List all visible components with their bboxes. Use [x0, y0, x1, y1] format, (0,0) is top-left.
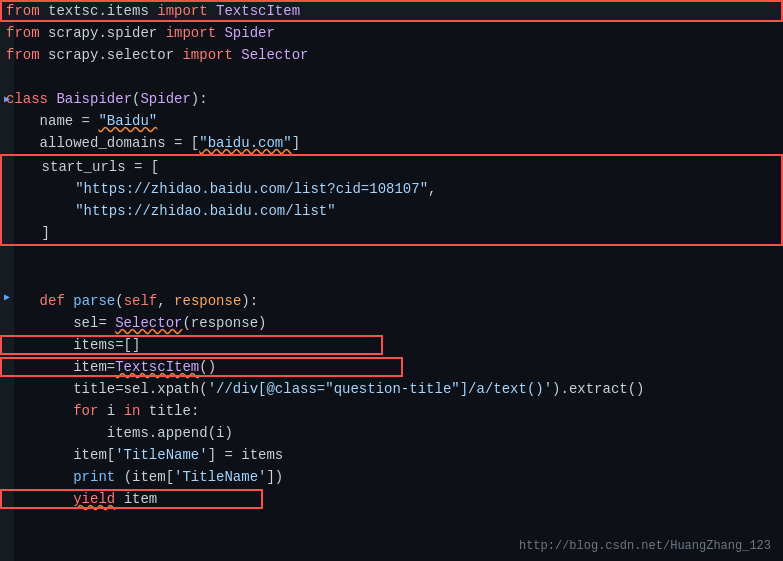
start-urls-block: start_urls = [ "https://zhidao.baidu.com… [0, 154, 783, 246]
line-4 [0, 66, 783, 88]
line-2: from scrapy.spider import Spider [0, 22, 783, 44]
line-23: yield item [0, 488, 783, 510]
line-21: item[ 'TitleName' ] = items [0, 444, 783, 466]
line-22: print (item[ 'TitleName' ]) [0, 466, 783, 488]
line-7: allowed_domains = [ "baidu.com" ] [0, 132, 783, 154]
line-6: name = "Baidu" [0, 110, 783, 132]
keyword-from: from [6, 3, 40, 19]
line-9: "https://zhidao.baidu.com/list?cid=10810… [2, 178, 781, 200]
line-15: sel= Selector (response) [0, 312, 783, 334]
line-18: title=sel.xpath( '//div[@class="question… [0, 378, 783, 400]
line-11: ] [2, 222, 781, 244]
line-10: "https://zhidao.baidu.com/list" [2, 200, 781, 222]
watermark: http://blog.csdn.net/HuangZhang_123 [519, 539, 771, 553]
line-5: class Baispider ( Spider ): [0, 88, 783, 110]
line-16: items=[] [0, 334, 783, 356]
code-editor: ● ▶ ▶ [0, 0, 783, 561]
line-12 [0, 246, 783, 268]
line-19: for i in title: [0, 400, 783, 422]
line-14: def parse ( self , response ): [0, 290, 783, 312]
line-13 [0, 268, 783, 290]
line-3: from scrapy.selector import Selector [0, 44, 783, 66]
line-8: start_urls = [ [2, 156, 781, 178]
code-content: from textsc.items import TextscItem from… [0, 0, 783, 561]
line-17: item= TextscItem () [0, 356, 783, 378]
line-1: from textsc.items import TextscItem [0, 0, 783, 22]
line-20: items.append(i) [0, 422, 783, 444]
